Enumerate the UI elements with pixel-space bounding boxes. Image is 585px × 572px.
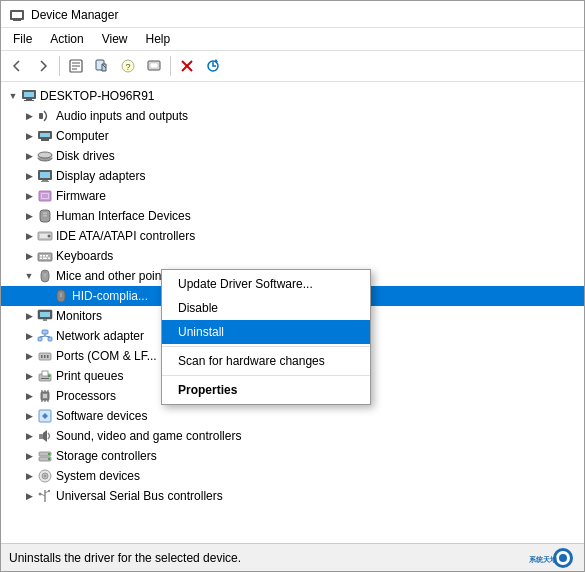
delete-button[interactable] [175, 54, 199, 78]
print-icon [37, 368, 53, 384]
svg-rect-80 [39, 434, 43, 439]
tree-audio[interactable]: ▶ Audio inputs and outputs [1, 106, 584, 126]
menu-view[interactable]: View [94, 30, 136, 48]
ctx-properties-label: Properties [178, 383, 237, 397]
svg-rect-72 [43, 394, 47, 398]
svg-rect-57 [42, 330, 48, 334]
mice-icon [37, 268, 53, 284]
storage-expander[interactable]: ▶ [21, 448, 37, 464]
root-label: DESKTOP-HO96R91 [40, 89, 155, 103]
sound-expander[interactable]: ▶ [21, 428, 37, 444]
menu-file[interactable]: File [5, 30, 40, 48]
audio-expander[interactable]: ▶ [21, 108, 37, 124]
sound-icon [37, 428, 53, 444]
back-button[interactable] [5, 54, 29, 78]
tree-system[interactable]: ▶ System devices [1, 466, 584, 486]
tree-firmware[interactable]: ▶ Firmware [1, 186, 584, 206]
svg-rect-3 [13, 20, 21, 21]
ideata-label: IDE ATA/ATAPI controllers [56, 229, 195, 243]
status-text: Uninstalls the driver for the selected d… [9, 551, 241, 565]
network-label: Network adapter [56, 329, 144, 343]
tree-diskdrives[interactable]: ▶ Disk drives [1, 146, 584, 166]
svg-point-26 [38, 152, 52, 158]
svg-line-62 [45, 336, 50, 337]
ctx-update-driver[interactable]: Update Driver Software... [162, 272, 370, 296]
software-expander[interactable]: ▶ [21, 408, 37, 424]
menu-help[interactable]: Help [138, 30, 179, 48]
monitors-icon [37, 308, 53, 324]
monitors-expander[interactable]: ▶ [21, 308, 37, 324]
help-button[interactable]: ? [116, 54, 140, 78]
firmware-expander[interactable]: ▶ [21, 188, 37, 204]
tree-root[interactable]: ▼ DESKTOP-HO96R91 [1, 86, 584, 106]
scan-button[interactable] [201, 54, 225, 78]
usb-label: Universal Serial Bus controllers [56, 489, 223, 503]
toolbar-sep-1 [59, 56, 60, 76]
ports-icon [37, 348, 53, 364]
ctx-separator [162, 346, 370, 347]
computer-icon [21, 88, 37, 104]
printqueues-label: Print queues [56, 369, 123, 383]
scan-hardware-button[interactable] [142, 54, 166, 78]
print-expander[interactable]: ▶ [21, 368, 37, 384]
usb-expander[interactable]: ▶ [21, 488, 37, 504]
svg-line-61 [40, 336, 45, 337]
update-driver-button[interactable] [90, 54, 114, 78]
forward-button[interactable] [31, 54, 55, 78]
audio-icon [37, 108, 53, 124]
svg-rect-44 [43, 255, 45, 257]
hid-compliant-label: HID-complia... [72, 289, 148, 303]
hid-icon [37, 208, 53, 224]
svg-rect-12 [150, 63, 158, 68]
storage-label: Storage controllers [56, 449, 157, 463]
ctx-disable[interactable]: Disable [162, 296, 370, 320]
tree-displayadapters[interactable]: ▶ Display adapters [1, 166, 584, 186]
toolbar-sep-2 [170, 56, 171, 76]
svg-rect-90 [48, 490, 50, 492]
monitors-label: Monitors [56, 309, 102, 323]
hid-expander[interactable]: ▶ [21, 208, 37, 224]
status-bar: Uninstalls the driver for the selected d… [1, 543, 584, 571]
system-expander[interactable]: ▶ [21, 468, 37, 484]
properties-button[interactable] [64, 54, 88, 78]
tree-storage[interactable]: ▶ Storage controllers [1, 446, 584, 466]
tree-usb[interactable]: ▶ Universal Serial Bus controllers [1, 486, 584, 506]
system-icon [37, 468, 53, 484]
svg-rect-56 [43, 319, 47, 321]
ctx-properties[interactable]: Properties [162, 378, 370, 402]
svg-rect-46 [40, 258, 42, 260]
svg-rect-23 [41, 139, 49, 141]
root-expander[interactable]: ▼ [5, 88, 21, 104]
menu-action[interactable]: Action [42, 30, 91, 48]
ideata-expander[interactable]: ▶ [21, 228, 37, 244]
display-expander[interactable]: ▶ [21, 168, 37, 184]
svg-point-92 [39, 493, 42, 496]
disk-expander[interactable]: ▶ [21, 148, 37, 164]
svg-rect-22 [40, 133, 50, 137]
tree-computer[interactable]: ▶ Computer [1, 126, 584, 146]
ports-expander[interactable]: ▶ [21, 348, 37, 364]
computer-expander[interactable]: ▶ [21, 128, 37, 144]
firmware-label: Firmware [56, 189, 106, 203]
processors-label: Processors [56, 389, 116, 403]
ctx-scan[interactable]: Scan for hardware changes [162, 349, 370, 373]
ctx-uninstall[interactable]: Uninstall [162, 320, 370, 344]
tree-sound[interactable]: ▶ Sound, video and game controllers [1, 426, 584, 446]
tree-software[interactable]: ▶ Software devices [1, 406, 584, 426]
keyboards-expander[interactable]: ▶ [21, 248, 37, 264]
displayadapters-label: Display adapters [56, 169, 145, 183]
device-manager-window: Device Manager File Action View Help [0, 0, 585, 572]
svg-rect-64 [41, 355, 43, 358]
svg-rect-30 [41, 181, 49, 182]
computer-label: Computer [56, 129, 109, 143]
tree-keyboards[interactable]: ▶ Keyboards [1, 246, 584, 266]
network-expander[interactable]: ▶ [21, 328, 37, 344]
keyboards-icon [37, 248, 53, 264]
svg-point-84 [48, 458, 50, 460]
disk-icon [37, 148, 53, 164]
processors-expander[interactable]: ▶ [21, 388, 37, 404]
tree-ideata[interactable]: ▶ IDE ATA/ATAPI controllers [1, 226, 584, 246]
svg-rect-66 [47, 355, 49, 358]
tree-hid[interactable]: ▶ Human Interface Devices [1, 206, 584, 226]
mice-expander[interactable]: ▼ [21, 268, 37, 284]
